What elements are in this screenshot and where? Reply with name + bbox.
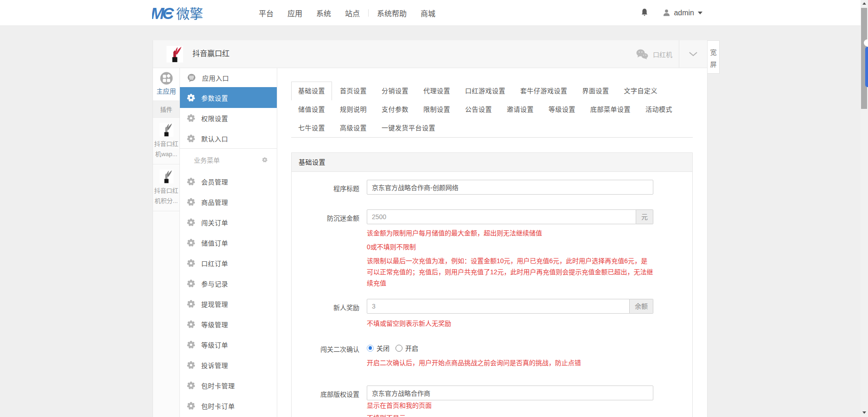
- svg-text:微擎: 微擎: [176, 7, 203, 21]
